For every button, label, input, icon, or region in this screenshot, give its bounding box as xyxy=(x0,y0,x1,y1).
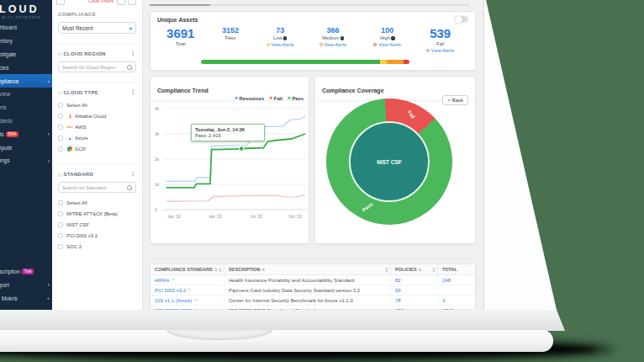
sidebar-bottom: Subscription Trial Support ▾ Dan Mokris … xyxy=(0,265,52,305)
view-alerts-link[interactable]: View Alerts xyxy=(362,42,412,47)
checkbox[interactable] xyxy=(58,233,63,238)
laptop-lid-notch xyxy=(166,330,272,340)
slice-label-pass: Pass xyxy=(362,201,374,212)
checkbox[interactable] xyxy=(58,244,63,249)
policies-count-link[interactable]: 82 xyxy=(395,278,401,283)
legend-fail[interactable]: +Fail xyxy=(269,95,282,101)
col-header-standard[interactable]: COMPLIANCE STANDARD⇅⣿ xyxy=(150,264,224,274)
horizontal-scrollbar[interactable] xyxy=(150,4,469,6)
stat-medium: 366 Mediumi View Alerts xyxy=(304,26,362,53)
sidebar-item-compliance[interactable]: Compliance ▴ xyxy=(0,74,52,88)
sort-icon: ⇅ xyxy=(419,268,422,272)
severity-medium-icon xyxy=(319,43,323,46)
view-alerts-link[interactable]: View Alerts xyxy=(256,42,304,47)
checkbox[interactable] xyxy=(58,103,63,108)
checkbox-select-all-standard[interactable]: Select All xyxy=(58,197,136,208)
x-tick: Apr '20 xyxy=(209,214,222,219)
checkbox[interactable] xyxy=(58,136,63,141)
y-tick: 1k xyxy=(155,182,159,187)
checkbox[interactable] xyxy=(58,125,63,130)
standard-description: ISO 27001:2013 Compliance Standard xyxy=(224,306,391,310)
checkbox-pci-dss[interactable]: PCI DSS v3.2 xyxy=(58,230,136,241)
sidebar-item-standards[interactable]: Standards xyxy=(0,114,52,128)
sidebar-item-compute[interactable]: Compute xyxy=(0,141,52,154)
time-range-select[interactable]: Most Recent ▾ xyxy=(58,22,136,34)
checkbox[interactable] xyxy=(58,200,63,205)
standard-search-input[interactable]: Search for Standard xyxy=(58,182,136,193)
table-row: CIS v1.1 (Azure)↗ Center for Internet Se… xyxy=(150,295,475,306)
policies-count-link[interactable]: 430 xyxy=(395,308,404,311)
sidebar-nav: Dashboard Inventory Investigate Policies… xyxy=(0,21,52,168)
checkbox-alibaba-cloud[interactable]: ( ) Alibaba Cloud xyxy=(58,110,136,121)
sidebar-item-alerts[interactable]: Alerts 5684 ▾ xyxy=(0,127,52,141)
trend-title: Compliance Trend xyxy=(157,88,209,93)
sidebar-item-settings[interactable]: Settings ▾ xyxy=(0,154,52,168)
standard-link[interactable]: HIPAA xyxy=(155,278,170,283)
checkbox-azure[interactable]: ▲ Azure xyxy=(58,132,136,143)
total-count-link[interactable]: 3 xyxy=(442,298,445,303)
checkbox-mitre[interactable]: MITRE ATT&CK [Beta] xyxy=(58,208,136,219)
filter-panel-title: COMPLIANCE xyxy=(58,12,136,17)
stat-fail: 539 Fail View Alerts xyxy=(412,26,468,53)
chevron-right-icon: ▸ xyxy=(47,295,50,301)
laptop-bezel xyxy=(0,310,565,331)
cloud-region-search-input[interactable]: Search for Cloud Region xyxy=(58,61,136,72)
donut-center-label: NIST CSF xyxy=(377,159,402,165)
policies-count-link[interactable]: 78 xyxy=(395,298,401,303)
x-tick: Oct '20 xyxy=(288,214,302,219)
x-tick: Jul '20 xyxy=(251,214,262,219)
chevron-down-icon: ▾ xyxy=(47,282,50,287)
cloud-region-section: ∷ CLOUD REGION ⋮ xyxy=(58,43,136,57)
standard-link[interactable]: ISO 27001-2013 xyxy=(155,308,192,311)
checkbox[interactable] xyxy=(58,211,63,216)
legend-resources[interactable]: +Resources xyxy=(235,95,264,101)
clear-filters-link[interactable]: Clear Filters xyxy=(88,0,113,3)
checkbox-gcp[interactable]: GCP xyxy=(58,143,136,154)
view-alerts-link[interactable]: View Alerts xyxy=(412,48,468,53)
compliance-coverage-card: Compliance Coverage < Back NIST CSF Fail… xyxy=(314,76,476,244)
checkbox[interactable] xyxy=(58,114,63,119)
sidebar-item-policies[interactable]: Policies xyxy=(0,61,52,74)
col-header-description[interactable]: DESCRIPTION⇅⣿ xyxy=(224,264,391,274)
chevron-down-icon: ▾ xyxy=(47,131,50,136)
cloud-type-section: ∷ CLOUD TYPE ⋮ xyxy=(58,82,136,96)
col-header-policies[interactable]: POLICIES⇅⣿ xyxy=(391,264,438,274)
kebab-menu-icon[interactable]: ⋮ xyxy=(130,171,136,178)
standard-link[interactable]: CIS v1.1 (Azure) xyxy=(155,298,192,303)
sidebar-item-support[interactable]: Support ▾ xyxy=(0,278,52,291)
checkbox[interactable] xyxy=(58,146,63,152)
save-filter-button[interactable] xyxy=(117,0,125,5)
sidebar-item-user[interactable]: Dan Mokris ▸ xyxy=(0,291,52,305)
total-count-link[interactable]: 4346 xyxy=(442,308,453,311)
col-header-total[interactable]: TOTAL xyxy=(438,264,475,274)
kebab-menu-icon[interactable]: ⋮ xyxy=(130,51,136,57)
severity-high-icon xyxy=(373,43,377,46)
sidebar-item-overview[interactable]: Overview xyxy=(0,88,52,101)
assets-toggle[interactable] xyxy=(455,16,468,23)
y-tick: 2k xyxy=(155,157,159,162)
kebab-menu-icon[interactable]: ⋮ xyxy=(130,89,136,96)
filter-menu-button[interactable] xyxy=(128,0,136,5)
sidebar-item-subscription[interactable]: Subscription Trial xyxy=(0,265,52,279)
table-row: ISO 27001-2013↗ ISO 27001:2013 Complianc… xyxy=(150,306,475,310)
donut-center: NIST CSF xyxy=(349,121,430,202)
chart-tooltip: Tuesday, Jun 2, 14:36 Pass: 2,415 xyxy=(191,124,265,141)
logo-subtext: PALO ALTO NETWORKS xyxy=(0,16,52,19)
back-button[interactable]: < Back xyxy=(442,95,468,105)
sidebar-item-reports[interactable]: Reports xyxy=(0,101,52,114)
sidebar-item-investigate[interactable]: Investigate xyxy=(0,48,52,61)
total-count-link[interactable]: 248 xyxy=(442,278,451,283)
standard-link[interactable]: PCI DSS v3.2 xyxy=(155,288,186,293)
checkbox[interactable] xyxy=(58,222,63,227)
checkbox-soc2[interactable]: SOC 2 xyxy=(58,241,136,252)
checkbox-select-all-cloud[interactable]: Select All xyxy=(58,99,136,110)
collapse-filters-button[interactable] xyxy=(56,0,65,5)
legend-pass[interactable]: +Pass xyxy=(288,95,304,101)
y-tick: 4k xyxy=(155,106,159,111)
sidebar-item-inventory[interactable]: Inventory xyxy=(0,35,52,48)
checkbox-aws[interactable]: aws AWS xyxy=(58,121,136,132)
sidebar-item-dashboard[interactable]: Dashboard xyxy=(0,21,52,35)
policies-count-link[interactable]: 93 xyxy=(395,288,401,293)
view-alerts-link[interactable]: View Alerts xyxy=(304,42,362,47)
checkbox-nist-csf[interactable]: NIST CSF xyxy=(58,219,136,230)
